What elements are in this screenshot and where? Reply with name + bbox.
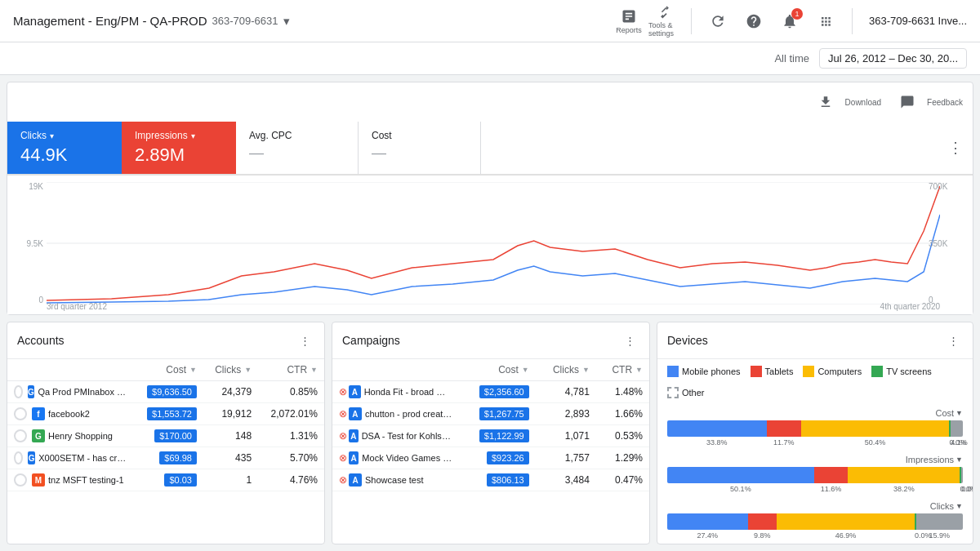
campaigns-table-row[interactable]: ⊗ A Showcase test $806.13 3,484 0.47% (332, 469, 649, 491)
campaign-row-name[interactable]: Showcase test (365, 475, 424, 485)
notification-button[interactable]: 1 (773, 5, 806, 38)
chart-y-axis-right: 700K 350K 0 (929, 182, 969, 304)
page-title: Management - Eng/PM - QA-PROD (13, 14, 207, 28)
campaign-remove-icon[interactable]: ⊗ (339, 474, 347, 486)
bar-pct-label: 11.7% (767, 438, 801, 447)
refresh-button[interactable] (702, 5, 734, 38)
metric-cost[interactable]: Cost — (359, 122, 481, 174)
download-button[interactable] (813, 89, 839, 115)
main-content: Download Feedback Clicks ▾ 44.9K Impress… (0, 75, 980, 551)
campaigns-col-cost[interactable]: Cost ▼ (459, 359, 536, 381)
account-row-check[interactable] (14, 473, 27, 487)
date-range-bar: All time Jul 26, 2012 – Dec 30, 20... (0, 42, 980, 75)
accounts-table-header-row: Cost ▼ Clicks ▼ CTR ▼ (7, 359, 324, 381)
bar-pct-label: 11.6% (814, 485, 849, 493)
clicks-value: 44.9K (20, 144, 109, 166)
bar-pct-label: 33.8% (667, 438, 767, 447)
bar-segment (951, 420, 963, 437)
account-row-name[interactable]: Qa Prod PMInabox [credit card funded,... (38, 387, 127, 397)
device-metric-name[interactable]: Cost ▼ (935, 408, 963, 418)
title-dropdown-icon[interactable]: ▾ (283, 14, 290, 29)
accounts-table-row[interactable]: G Henry Shopping $170.00 148 1.31% (7, 425, 324, 447)
chart-more-options[interactable]: ⋮ (481, 122, 973, 174)
tools-settings-button[interactable]: Tools & settings (648, 5, 681, 38)
accounts-table-row[interactable]: G Qa Prod PMInabox [credit card funded,.… (7, 381, 324, 403)
devices-more-button[interactable]: ⋮ (943, 331, 963, 350)
bar-segment (767, 420, 801, 437)
reports-button[interactable]: Reports (612, 5, 645, 38)
device-bar-row: Impressions ▼ 50.1%11.6%38.2%0.0%0.0% (667, 455, 963, 493)
account-row-name[interactable]: tnz MSFT testing-1 (48, 475, 124, 485)
account-row-name[interactable]: Henry Shopping (48, 431, 113, 441)
account-cost-badge: $170.00 (154, 429, 197, 442)
date-range-picker[interactable]: Jul 26, 2012 – Dec 30, 20... (819, 48, 967, 69)
campaign-row-name[interactable]: Honda Fit - broad match (364, 387, 453, 397)
chart-svg (47, 182, 940, 304)
legend-label: Mobile phones (682, 367, 741, 376)
accounts-more-button[interactable]: ⋮ (295, 331, 314, 350)
campaigns-table: Cost ▼ Clicks ▼ CTR ▼ ⊗ (332, 359, 649, 491)
campaign-remove-icon[interactable]: ⊗ (339, 386, 347, 398)
accounts-panel: Accounts ⋮ Cost ▼ Clicks ▼ (7, 322, 325, 544)
campaign-clicks: 3,484 (536, 469, 596, 491)
campaign-ctr: 0.53% (596, 425, 649, 447)
campaigns-table-row[interactable]: ⊗ A Honda Fit - broad match $2,356.60 4,… (332, 381, 649, 403)
metric-cards: Clicks ▾ 44.9K Impressions ▾ 2.89M Avg. … (7, 122, 973, 176)
account-clicks: 148 (203, 425, 258, 447)
campaign-ctr: 1.29% (596, 447, 649, 469)
campaigns-col-clicks[interactable]: Clicks ▼ (536, 359, 596, 381)
account-row-check[interactable] (14, 385, 23, 398)
account-row-check[interactable] (14, 451, 23, 464)
account-row-name[interactable]: X000SETM - has credit card so don't... (38, 453, 127, 463)
legend-item: TV screens (871, 366, 932, 377)
accounts-col-ctr[interactable]: CTR ▼ (258, 359, 324, 381)
accounts-table-row[interactable]: G X000SETM - has credit card so don't...… (7, 447, 324, 469)
campaign-clicks: 1,757 (536, 447, 596, 469)
campaign-row-icon: A (349, 429, 359, 442)
metric-avg-cpc[interactable]: Avg. CPC — (236, 122, 359, 174)
campaigns-table-row[interactable]: ⊗ A chutton - prod created $1,267.75 2,8… (332, 403, 649, 425)
accounts-col-clicks[interactable]: Clicks ▼ (203, 359, 258, 381)
feedback-button[interactable] (894, 89, 920, 115)
campaigns-table-row[interactable]: ⊗ A Mock Video Games Store US $923.26 1,… (332, 447, 649, 469)
campaign-remove-icon[interactable]: ⊗ (339, 452, 347, 464)
impressions-label: Impressions ▾ (135, 130, 223, 141)
accounts-table-container: Cost ▼ Clicks ▼ CTR ▼ (7, 359, 324, 544)
campaigns-panel-header: Campaigns ⋮ (332, 322, 649, 359)
help-button[interactable] (737, 5, 770, 38)
campaign-row-name[interactable]: Mock Video Games Store US (362, 453, 452, 463)
campaigns-col-ctr[interactable]: CTR ▼ (596, 359, 649, 381)
bar-segment (916, 513, 963, 530)
account-row-icon: G (32, 429, 45, 442)
campaigns-more-button[interactable]: ⋮ (620, 331, 639, 350)
account-info-label[interactable]: 363-709-6631 Inve... (869, 15, 967, 27)
campaigns-panel: Campaigns ⋮ Cost ▼ Clicks ▼ (332, 322, 650, 544)
campaign-remove-icon[interactable]: ⊗ (339, 408, 347, 420)
accounts-table-row[interactable]: f facebook2 $1,553.72 19,912 2,072.01% (7, 403, 324, 425)
metric-clicks[interactable]: Clicks ▾ 44.9K (7, 122, 122, 174)
bar-segment (801, 420, 950, 437)
account-row-check[interactable] (14, 429, 27, 442)
campaign-remove-icon[interactable]: ⊗ (339, 430, 347, 442)
devices-legend: Mobile phones Tablets Computers TV scree… (657, 359, 973, 405)
campaign-cost-badge: $2,356.60 (479, 385, 529, 398)
campaigns-table-row[interactable]: ⊗ A DSA - Test for Kohls (amitvaria) $1,… (332, 425, 649, 447)
accounts-title: Accounts (17, 334, 65, 347)
account-row-check[interactable] (14, 407, 27, 420)
legend-label: TV screens (886, 367, 932, 376)
accounts-table-row[interactable]: M tnz MSFT testing-1 $0.03 1 4.76% (7, 469, 324, 491)
account-row-name[interactable]: facebook2 (48, 409, 90, 419)
avg-cpc-label: Avg. CPC (249, 130, 345, 141)
legend-item: Tablets (751, 366, 794, 377)
account-ctr: 1.31% (258, 425, 324, 447)
device-metric-name[interactable]: Clicks ▼ (930, 501, 963, 511)
cost-label: Cost (372, 130, 467, 141)
metric-impressions[interactable]: Impressions ▾ 2.89M (122, 122, 236, 174)
campaign-row-name[interactable]: DSA - Test for Kohls (amitvaria) (362, 431, 453, 441)
bar-segment (814, 467, 849, 483)
campaign-row-name[interactable]: chutton - prod created (365, 409, 452, 419)
device-metric-name[interactable]: Impressions ▼ (906, 455, 963, 464)
grid-menu-button[interactable] (809, 5, 842, 38)
bar-segment (777, 513, 915, 530)
accounts-col-cost[interactable]: Cost ▼ (134, 359, 203, 381)
